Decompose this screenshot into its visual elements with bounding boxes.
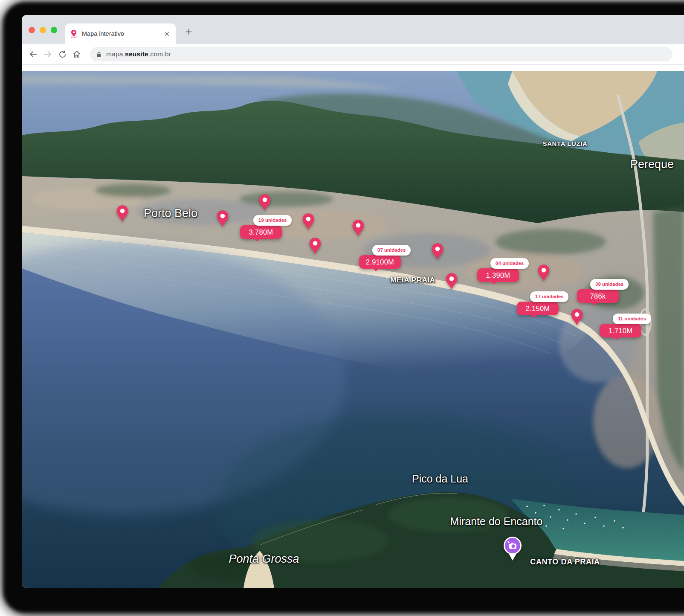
property-pin-10[interactable]	[571, 308, 583, 327]
listing-1: 3.780M19 unidades	[240, 225, 282, 239]
property-pin-4[interactable]	[302, 213, 315, 232]
listing-2: 2.9100M07 unidades	[359, 255, 401, 269]
map-label-pico-da-lua: Pico da Lua	[412, 473, 468, 485]
mockup-stage: Mapa interativo	[0, 0, 684, 616]
listing-price-badge[interactable]: 2.9100M	[359, 255, 401, 269]
listing-units-badge[interactable]: 11 unidades	[613, 314, 651, 324]
back-icon[interactable]	[26, 47, 41, 61]
map-label-pereque: Pereque	[630, 158, 674, 171]
map-label-ponta-grossa: Ponta Grossa	[229, 552, 299, 566]
home-icon[interactable]	[70, 47, 84, 61]
fullscreen-window-button[interactable]	[51, 27, 57, 33]
map-label-meia-praia: MEIA PRAIA	[390, 276, 435, 285]
map-label-mirante-do-encanto: Mirante do Encanto	[450, 515, 543, 528]
map-label-porto-belo: Porto Belo	[144, 207, 197, 220]
browser-toolbar: mapa.seusite.com.br	[22, 44, 684, 65]
listing-price-badge[interactable]: 3.780M	[240, 225, 282, 239]
property-pin-1[interactable]	[116, 205, 129, 224]
forward-icon[interactable]	[41, 47, 55, 61]
traffic-lights	[29, 27, 57, 33]
property-pin-9[interactable]	[537, 264, 550, 283]
listing-price-badge[interactable]: 1.710M	[600, 324, 641, 337]
listing-price-badge[interactable]: 2.150M	[517, 302, 559, 315]
map-pin-favicon-icon	[70, 29, 78, 38]
property-pin-6[interactable]	[309, 237, 322, 256]
property-pin-5[interactable]	[352, 219, 365, 238]
tab-title: Mapa interativo	[82, 30, 163, 37]
close-window-button[interactable]	[29, 27, 35, 33]
url-text: mapa.seusite.com.br	[106, 50, 171, 58]
listing-4: 2.150M17 unidades	[517, 302, 559, 315]
listing-3: 1.390M04 unidades	[477, 268, 519, 282]
page-content: Porto BeloSANTA LUZIAPerequeMEIA PRAIAPi…	[22, 65, 684, 588]
minimize-window-button[interactable]	[40, 27, 46, 33]
map-label-santa-luzia: SANTA LUZIA	[543, 140, 588, 147]
satellite-map-art	[22, 71, 684, 588]
url-bar[interactable]: mapa.seusite.com.br	[90, 47, 672, 61]
photo-marker-camera-icon[interactable]	[503, 536, 522, 561]
new-tab-button[interactable]	[182, 25, 195, 38]
listing-units-badge[interactable]: 17 unidades	[530, 291, 568, 302]
lock-icon	[96, 51, 102, 58]
map-label-canto-da-praia: CANTO DA PRAIA	[530, 558, 600, 567]
listing-price-badge[interactable]: 786k	[577, 289, 619, 303]
property-pin-3[interactable]	[258, 194, 271, 212]
property-pin-8[interactable]	[445, 273, 458, 291]
browser-window: Mapa interativo	[22, 15, 684, 588]
listing-6: 1.710M11 unidades	[600, 324, 641, 337]
property-pin-2[interactable]	[216, 210, 229, 229]
map-canvas[interactable]: Porto BeloSANTA LUZIAPerequeMEIA PRAIAPi…	[22, 71, 684, 588]
property-pin-7[interactable]	[431, 243, 444, 262]
listing-5: 786k39 unidades	[577, 289, 619, 303]
listing-price-badge[interactable]: 1.390M	[477, 268, 519, 282]
listing-units-badge[interactable]: 19 unidades	[253, 215, 292, 226]
listing-units-badge[interactable]: 07 unidades	[372, 245, 411, 256]
listing-units-badge[interactable]: 04 unidades	[490, 258, 529, 269]
browser-tab[interactable]: Mapa interativo	[65, 23, 176, 44]
reload-icon[interactable]	[55, 47, 70, 61]
browser-tab-bar: Mapa interativo	[22, 15, 684, 44]
listing-units-badge[interactable]: 39 unidades	[590, 279, 629, 290]
tab-close-icon[interactable]	[163, 30, 171, 38]
